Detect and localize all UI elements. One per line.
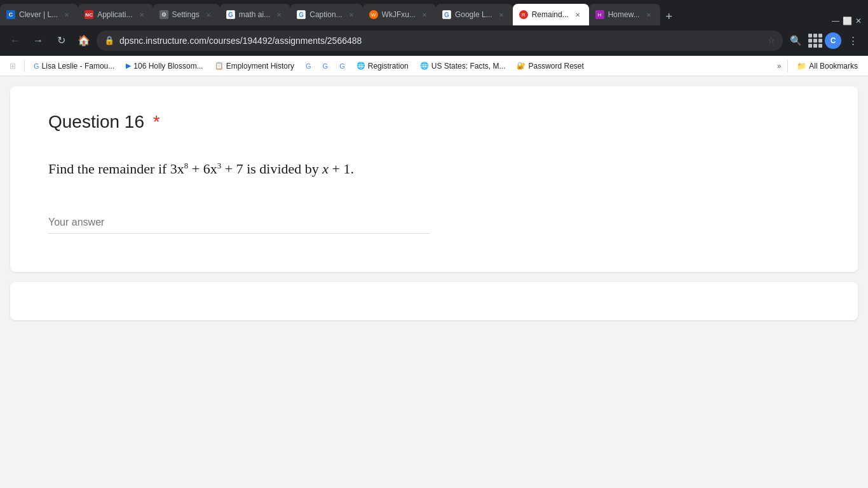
omnibar: ← → ↻ 🏠 🔒 dpsnc.instructure.com/courses/… [0,25,868,56]
tab-remainder[interactable]: R Remaind... ✕ [513,4,589,25]
tab-close-google[interactable]: ✕ [496,10,506,20]
bookmark-label-reg: Registration [368,62,409,71]
tab-close-homework[interactable]: ✕ [644,10,654,20]
forward-button[interactable]: → [28,30,48,51]
home-button[interactable]: 🏠 [74,30,94,51]
new-tab-button[interactable]: + [660,8,678,25]
tab-label-remainder: Remaind... [532,10,569,19]
bookmarks-icon: 📁 [797,62,806,71]
omnibar-icons: 🔍 C ⋮ [785,30,863,51]
bookmark-favicon-g3: G [339,62,345,70]
question-title: Question 16 * [48,112,820,132]
address-bar[interactable]: 🔒 dpsnc.instructure.com/courses/194492/a… [97,30,783,51]
tab-settings[interactable]: ⚙ Settings ✕ [153,4,220,25]
tab-label-math: math ai... [239,10,270,19]
back-button[interactable]: ← [5,30,25,51]
bookmark-label-lisa: Lisa Leslie - Famou... [42,62,115,71]
tab-homework[interactable]: H Homew... ✕ [589,4,660,25]
tab-close-applications[interactable]: ✕ [137,10,147,20]
bookmark-favicon-reg: 🌐 [356,62,365,70]
question-body: Find the remainder if 3x8 + 6x3 + 7 is d… [48,158,820,180]
star-icon[interactable]: ☆ [768,36,775,45]
bookmark-favicon-lisa: G [34,62,39,70]
tab-label-wk: WkJFxu... [382,10,416,19]
tab-label-settings: Settings [172,10,200,19]
bookmark-separator [24,60,25,72]
tab-favicon-wk: W [369,10,378,19]
tab-close-remainder[interactable]: ✕ [573,10,583,20]
tab-close-wk[interactable]: ✕ [419,10,430,20]
tab-close-caption[interactable]: ✕ [346,10,356,20]
bookmark-label-employment: Employment History [226,62,294,71]
next-question-card [10,282,858,320]
bookmark-registration[interactable]: 🌐 Registration [351,58,414,74]
bookmark-favicon-pw: 🔐 [517,62,526,70]
bookmark-g2[interactable]: G [318,58,334,74]
tab-close-settings[interactable]: ✕ [203,10,214,20]
bookmark-holly[interactable]: ▶ 106 Holly Blossom... [121,58,208,74]
tab-favicon-applications: NC [85,10,93,19]
tab-favicon-google: G [442,10,451,19]
bookmark-label-pw: Password Reset [528,62,583,71]
question-card: Question 16 * Find the remainder if 3x8 … [10,86,858,272]
bookmark-favicon-g1: G [306,62,311,70]
tab-favicon-clever: C [6,10,15,19]
tab-favicon-homework: H [595,10,604,19]
answer-input[interactable] [48,212,430,234]
bookmarks-more-button[interactable]: » [775,62,784,71]
bookmark-g3[interactable]: G [334,58,350,74]
tab-close-clever[interactable]: ✕ [62,10,72,20]
search-icon[interactable]: 🔍 [785,30,806,51]
page-content: Question 16 * Find the remainder if 3x8 … [0,76,868,488]
all-bookmarks-button[interactable]: 📁 All Bookmarks [792,58,863,74]
tab-clever[interactable]: C Clever | L... ✕ [0,4,78,25]
bookmark-favicon-employment: 📋 [215,62,224,70]
profile-avatar[interactable]: C [825,32,841,49]
tab-label-google: Google L... [455,10,492,19]
tab-bar: C Clever | L... ✕ NC Applicati... ✕ ⚙ Se… [0,0,868,25]
tab-caption[interactable]: G Caption... ✕ [290,4,362,25]
tab-label-clever: Clever | L... [19,10,58,19]
tabs-container: C Clever | L... ✕ NC Applicati... ✕ ⚙ Se… [0,4,831,25]
google-apps-icon[interactable] [807,32,824,49]
tab-favicon-remainder: R [519,10,528,19]
bookmark-favicon-holly: ▶ [126,62,131,70]
question-title-text: Question 16 [48,112,144,132]
all-bookmarks-label: All Bookmarks [809,62,858,71]
tab-label-homework: Homew... [608,10,640,19]
tab-label-caption: Caption... [309,10,342,19]
bookmark-password[interactable]: 🔐 Password Reset [512,58,588,74]
answer-field [48,212,430,234]
tab-label-applications: Applicati... [97,10,132,19]
tab-applications[interactable]: NC Applicati... ✕ [78,4,153,25]
close-button[interactable]: ✕ [854,17,863,25]
tab-favicon-caption: G [297,10,306,19]
bookmark-lisa-leslie[interactable]: G Lisa Leslie - Famou... [29,58,119,74]
bookmark-us-states[interactable]: 🌐 US States: Facts, M... [415,58,511,74]
apps-button[interactable]: ⊞ [5,58,20,74]
bookmark-employment[interactable]: 📋 Employment History [210,58,299,74]
reload-button[interactable]: ↻ [51,30,71,51]
url-display: dpsnc.instructure.com/courses/194492/ass… [119,36,763,46]
bookmark-label-holly: 106 Holly Blossom... [133,62,203,71]
tab-google[interactable]: G Google L... ✕ [436,4,513,25]
bookmark-favicon-us: 🌐 [420,62,429,70]
secure-icon: 🔒 [104,36,114,45]
bookmark-favicon-g2: G [323,62,329,70]
window-controls: — ⬜ ✕ [831,17,868,25]
tab-wk[interactable]: W WkJFxu... ✕ [363,4,436,25]
minimize-button[interactable]: — [831,17,840,25]
tab-math[interactable]: G math ai... ✕ [220,4,290,25]
bookmark-separator-2 [787,60,788,72]
bookmark-g1[interactable]: G [301,58,316,74]
bookmarks-bar: ⊞ G Lisa Leslie - Famou... ▶ 106 Holly B… [0,56,868,76]
tab-close-math[interactable]: ✕ [274,10,284,20]
extension-icon[interactable]: ⋮ [843,30,863,51]
tab-favicon-settings: ⚙ [159,10,168,19]
maximize-button[interactable]: ⬜ [843,17,851,25]
tab-favicon-math: G [226,10,235,19]
bookmark-label-us: US States: Facts, M... [431,62,506,71]
required-indicator: * [153,112,160,132]
